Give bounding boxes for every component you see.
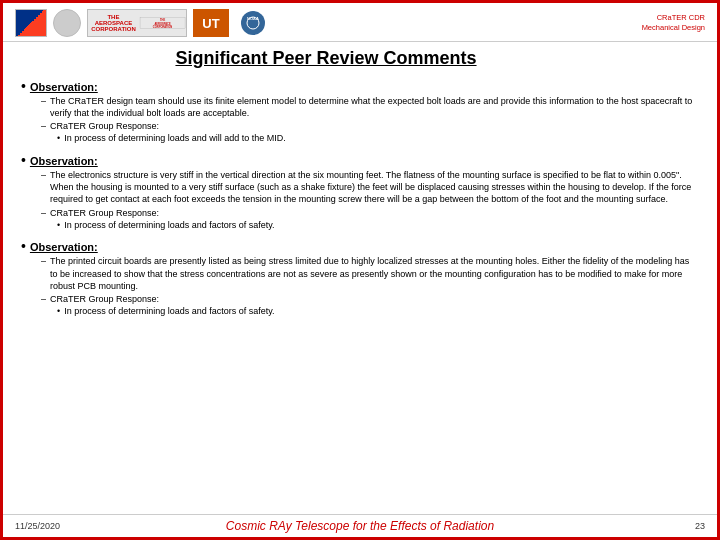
svg-point-4 [241,11,265,35]
obs-2-sub-1-text: In process of determining loads and fact… [64,220,274,232]
logo-figure [53,9,81,37]
footer-elescope: elescope for the [301,519,390,533]
obs-3-dash-2: – CRaTER Group Response: [41,293,699,305]
obs-3-content: – The printed circuit boards are present… [41,255,699,317]
obs-1-dash-2: – CRaTER Group Response: [41,120,699,132]
obs-1-content: – The CRaTER design team should use its … [41,95,699,145]
obs-1-dash-1-text: The CRaTER design team should use its fi… [50,95,699,119]
footer-page-number: 23 [695,521,705,531]
obs-2-subbullet-1: • In process of determining loads and fa… [57,220,699,232]
obs-3-header: • Observation: [21,239,699,253]
obs-3-dash-1: – The printed circuit boards are present… [41,255,699,291]
obs-3-subbullet-1: • In process of determining loads and fa… [57,306,699,318]
footer-date: 11/25/2020 [15,521,60,531]
header-right-text: CRaTER CDR Mechanical Design [642,13,705,33]
obs-2-content: – The electronics structure is very stif… [41,169,699,231]
logo-noaa: NOAA [235,9,271,37]
header-line2: Mechanical Design [642,23,705,33]
footer-title: Cosmic RAy Telescope for the Effects of … [226,519,494,533]
slide: THE AEROSPACE CORPORATION THE AEROSPACE … [0,0,720,540]
obs-2-label: Observation: [30,155,98,167]
title-row: Significant Peer Review Comments [3,42,717,75]
footer-ffects: ffects of [398,519,443,533]
footer-cosmic: C [226,519,235,533]
header-line1: CRaTER CDR [642,13,705,23]
obs-2-header: • Observation: [21,153,699,167]
obs-1-label: Observation: [30,81,98,93]
observation-3: • Observation: – The printed circuit boa… [21,239,699,317]
logo-ut: UT [193,9,229,37]
content: • Observation: – The CRaTER design team … [3,75,717,514]
obs-3-label: Observation: [30,241,98,253]
observation-2: • Observation: – The electronics structu… [21,153,699,231]
bullet-1: • [21,79,26,93]
svg-text:AEROSPACE: AEROSPACE [154,22,171,26]
logo-nasa [15,9,47,37]
bullet-3: • [21,239,26,253]
svg-text:CORPORATION: CORPORATION [153,25,172,29]
bullet-2: • [21,153,26,167]
obs-1-sub-1-text: In process of determining loads and will… [64,133,286,145]
obs-3-sub-1-text: In process of determining loads and fact… [64,306,274,318]
obs-2-dash-2: – CRaTER Group Response: [41,207,699,219]
obs-2-response-label: CRaTER Group Response: [50,207,159,219]
header: THE AEROSPACE CORPORATION THE AEROSPACE … [3,3,717,42]
obs-1-response-label: CRaTER Group Response: [50,120,159,132]
obs-1-header: • Observation: [21,79,699,93]
obs-2-dash-1-text: The electronics structure is very stiff … [50,169,699,205]
obs-1-dash-1: – The CRaTER design team should use its … [41,95,699,119]
logos: THE AEROSPACE CORPORATION THE AEROSPACE … [15,9,271,37]
obs-3-response-label: CRaTER Group Response: [50,293,159,305]
footer-r: R [443,519,452,533]
footer-e: E [390,519,398,533]
footer-ra: RA [269,519,286,533]
footer-y: y [286,519,295,533]
slide-title: Significant Peer Review Comments [175,48,476,69]
footer: 11/25/2020 Cosmic RAy Telescope for the … [3,514,717,537]
obs-2-dash-1: – The electronics structure is very stif… [41,169,699,205]
footer-osmic: osmic [235,519,270,533]
logo-aerospace: THE AEROSPACE CORPORATION THE AEROSPACE … [87,9,187,37]
footer-adiation: adiation [452,519,494,533]
svg-text:THE: THE [160,18,165,22]
obs-3-dash-1-text: The printed circuit boards are presently… [50,255,699,291]
obs-1-subbullet-1: • In process of determining loads and wi… [57,133,699,145]
observation-1: • Observation: – The CRaTER design team … [21,79,699,145]
